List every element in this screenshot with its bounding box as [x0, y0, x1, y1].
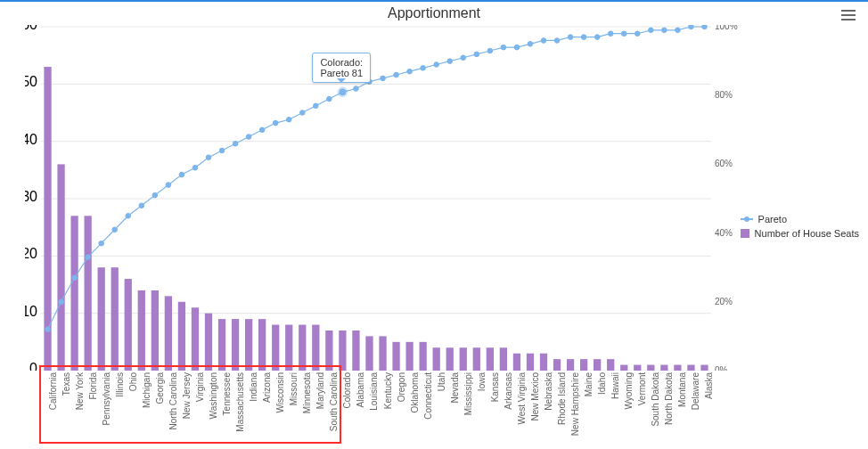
pareto-point[interactable] [514, 45, 520, 50]
pareto-point[interactable] [554, 38, 560, 44]
pareto-point[interactable] [86, 255, 91, 260]
bar[interactable] [420, 342, 427, 371]
chart-plot-area[interactable]: 01020304050600%20%40%60%80%100% Californ… [25, 25, 738, 371]
bar[interactable] [272, 325, 279, 371]
pareto-point[interactable] [447, 59, 453, 64]
pareto-point[interactable] [259, 127, 265, 133]
pareto-point[interactable] [487, 48, 493, 53]
pareto-point[interactable] [594, 35, 600, 40]
pareto-point[interactable] [152, 192, 158, 198]
pareto-point[interactable] [501, 45, 506, 50]
chart-menu-button[interactable] [841, 7, 856, 23]
bar[interactable] [513, 354, 520, 371]
pareto-point[interactable] [233, 141, 238, 146]
bar[interactable] [70, 216, 78, 371]
bar[interactable] [245, 319, 252, 371]
pareto-point[interactable] [192, 165, 198, 170]
bar[interactable] [299, 325, 306, 371]
pareto-point[interactable] [314, 103, 319, 109]
pareto-point[interactable] [354, 86, 359, 92]
bar[interactable] [553, 359, 561, 371]
bar[interactable] [634, 365, 641, 371]
pareto-point[interactable] [581, 35, 586, 40]
legend-item-bars[interactable]: Number of House Seats [741, 228, 859, 239]
pareto-point[interactable] [541, 38, 546, 44]
bar[interactable] [647, 365, 654, 371]
pareto-point[interactable] [99, 241, 104, 246]
pareto-line[interactable] [48, 27, 705, 330]
bar[interactable] [232, 319, 239, 371]
bar[interactable] [258, 319, 266, 371]
bar[interactable] [165, 296, 172, 371]
pareto-point[interactable] [568, 35, 573, 40]
pareto-point[interactable] [59, 299, 64, 305]
bar[interactable] [580, 359, 587, 371]
bar[interactable] [607, 359, 614, 371]
bar[interactable] [178, 302, 185, 371]
bar[interactable] [674, 365, 681, 371]
bar[interactable] [660, 365, 667, 371]
legend-item-pareto[interactable]: Pareto [741, 214, 859, 224]
bar[interactable] [325, 331, 332, 371]
pareto-point[interactable] [474, 52, 479, 57]
bar[interactable] [312, 325, 319, 371]
pareto-point[interactable] [327, 96, 332, 102]
pareto-point[interactable] [367, 79, 373, 85]
bar[interactable] [285, 325, 292, 371]
bar[interactable] [700, 365, 708, 371]
pareto-point[interactable] [126, 214, 131, 219]
pareto-point[interactable] [528, 42, 533, 47]
bar[interactable] [205, 314, 212, 371]
pareto-point[interactable] [286, 117, 291, 122]
pareto-point[interactable] [139, 203, 144, 208]
bar[interactable] [392, 342, 399, 371]
bar[interactable] [487, 347, 494, 371]
pareto-point[interactable] [273, 120, 278, 126]
bar[interactable] [125, 279, 132, 371]
bar[interactable] [218, 319, 225, 371]
pareto-point[interactable] [421, 66, 426, 71]
bar[interactable] [138, 290, 145, 371]
bar[interactable] [446, 347, 454, 371]
pareto-point[interactable] [179, 172, 184, 177]
pareto-point[interactable] [676, 28, 681, 33]
bar[interactable] [460, 347, 467, 371]
bar[interactable] [473, 347, 480, 371]
pareto-point[interactable] [45, 327, 51, 332]
bar[interactable] [98, 267, 105, 371]
pareto-point[interactable] [219, 148, 225, 153]
bar[interactable] [594, 359, 601, 371]
pareto-point[interactable] [112, 227, 118, 233]
bar[interactable] [111, 267, 119, 371]
bar[interactable] [405, 342, 413, 371]
bar[interactable] [192, 307, 199, 371]
bar[interactable] [339, 331, 346, 371]
bar[interactable] [85, 216, 92, 371]
pareto-point[interactable] [394, 72, 399, 78]
bar[interactable] [151, 290, 159, 371]
bar[interactable] [57, 164, 64, 371]
pareto-point[interactable] [702, 25, 708, 29]
bar[interactable] [567, 359, 574, 371]
pareto-point[interactable] [246, 135, 251, 140]
bar[interactable] [687, 365, 694, 371]
bar[interactable] [527, 354, 534, 371]
bar[interactable] [540, 354, 547, 371]
bar[interactable] [500, 347, 507, 371]
pareto-point[interactable] [621, 31, 626, 37]
pareto-point[interactable] [299, 110, 305, 116]
pareto-point[interactable] [72, 275, 78, 281]
bar[interactable] [379, 336, 386, 371]
bar[interactable] [620, 365, 627, 371]
pareto-point[interactable] [461, 55, 466, 61]
bar[interactable] [433, 347, 440, 371]
pareto-point[interactable] [635, 31, 640, 37]
pareto-point[interactable] [689, 25, 694, 29]
pareto-point[interactable] [166, 183, 171, 188]
pareto-point[interactable] [434, 62, 439, 68]
bar[interactable] [365, 336, 373, 371]
pareto-point[interactable] [649, 28, 654, 33]
bar[interactable] [352, 331, 359, 371]
pareto-point[interactable] [381, 76, 386, 81]
pareto-point[interactable] [206, 155, 211, 160]
